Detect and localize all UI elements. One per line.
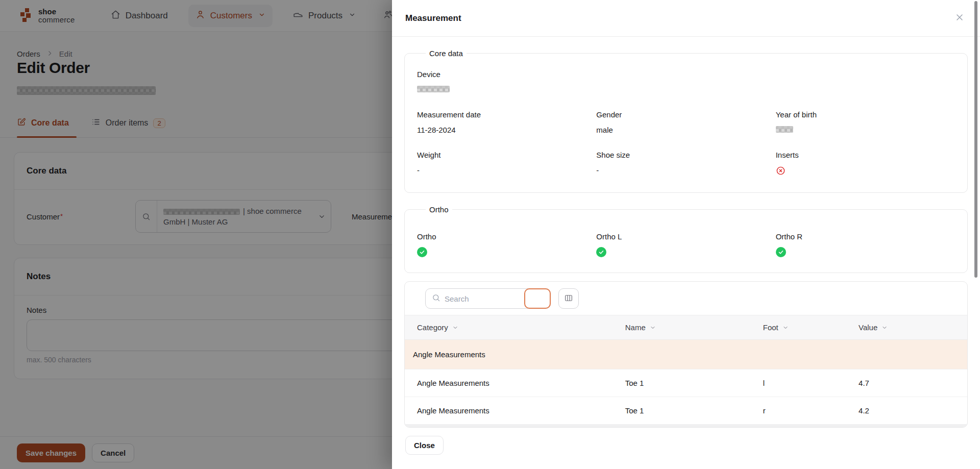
cell-name: Toe 1 <box>613 397 751 425</box>
table-row[interactable]: Angle Measurements Toe 1 l 4.7 <box>405 369 967 397</box>
search-accent-outline <box>524 288 551 309</box>
column-header-value[interactable]: Value <box>846 315 967 340</box>
drawer-ortho-group: Ortho Ortho Ortho L Ortho R <box>404 205 968 273</box>
year-of-birth-field: Year of birth <box>776 110 955 134</box>
table-group-row: Angle Measurements <box>405 340 967 369</box>
cell-value: 4.2 <box>846 397 967 425</box>
table-toolbar <box>405 282 967 315</box>
device-field: Device <box>417 70 955 94</box>
year-of-birth-label: Year of birth <box>776 110 955 119</box>
device-value-redacted <box>417 86 450 92</box>
inserts-field: Inserts <box>776 151 955 177</box>
cell-foot: r <box>751 397 846 425</box>
shoe-size-value: - <box>596 166 775 175</box>
shoe-size-field: Shoe size - <box>596 151 775 177</box>
drawer-scrollbar-thumb[interactable] <box>974 1 977 278</box>
table-search[interactable] <box>425 288 551 309</box>
ortho-r-label: Ortho R <box>776 232 955 241</box>
weight-value: - <box>417 166 596 175</box>
gender-value: male <box>596 126 775 134</box>
x-circle-red-icon <box>776 166 955 177</box>
core-data-legend: Core data <box>426 49 467 58</box>
check-circle-icon <box>417 247 427 257</box>
cell-name: Toe 1 <box>613 369 751 397</box>
table-header-row: Category Name Foot Value <box>405 315 967 340</box>
drawer-header: Measurement <box>392 0 980 37</box>
check-circle-icon <box>596 247 606 257</box>
weight-label: Weight <box>417 151 596 159</box>
group-row-label: Angle Measurements <box>405 340 967 369</box>
table-row[interactable]: Angle Measurements Toe 1 r 4.2 <box>405 397 967 425</box>
sort-chevron-icon <box>782 325 789 331</box>
drawer-core-data-group: Core data Device Measurement date 11-28-… <box>404 49 968 193</box>
weight-field: Weight - <box>417 151 596 177</box>
close-icon <box>954 12 965 24</box>
ortho-r-field: Ortho R <box>776 232 955 257</box>
inserts-label: Inserts <box>776 151 955 159</box>
column-header-name[interactable]: Name <box>613 315 751 340</box>
measurements-table: Category Name Foot Value Angle Measureme… <box>405 315 967 424</box>
sort-chevron-icon <box>881 325 888 331</box>
measurement-date-field: Measurement date 11-28-2024 <box>417 110 596 134</box>
gender-label: Gender <box>596 110 775 119</box>
table-clipped-next-row <box>405 424 967 427</box>
check-circle-icon <box>776 247 786 257</box>
cell-category: Angle Measurements <box>405 369 613 397</box>
column-settings-button[interactable] <box>558 288 579 309</box>
device-label: Device <box>417 70 955 79</box>
ortho-label: Ortho <box>417 232 596 241</box>
cell-category: Angle Measurements <box>405 397 613 425</box>
gender-field: Gender male <box>596 110 775 134</box>
ortho-l-field: Ortho L <box>596 232 775 257</box>
measurements-table-card: Category Name Foot Value Angle Measureme… <box>404 281 968 428</box>
drawer-footer: Close <box>405 436 967 455</box>
app-window: shoe commerce Dashboard Customers <box>0 0 980 469</box>
ortho-field: Ortho <box>417 232 596 257</box>
drawer-title: Measurement <box>405 13 461 23</box>
columns-icon <box>564 293 573 304</box>
sort-chevron-icon <box>650 325 656 331</box>
shoe-size-label: Shoe size <box>596 151 775 159</box>
sort-chevron-icon <box>452 325 458 331</box>
cell-value: 4.7 <box>846 369 967 397</box>
ortho-l-label: Ortho L <box>596 232 775 241</box>
measurement-date-label: Measurement date <box>417 110 596 119</box>
column-header-category[interactable]: Category <box>405 315 613 340</box>
search-input[interactable] <box>445 294 511 303</box>
drawer-close-footer-button[interactable]: Close <box>405 436 444 455</box>
ortho-legend: Ortho <box>426 205 452 214</box>
measurement-drawer: Measurement Core data Device Measurement… <box>392 0 980 469</box>
year-of-birth-value-redacted <box>776 126 793 133</box>
column-header-foot[interactable]: Foot <box>751 315 846 340</box>
measurement-date-value: 11-28-2024 <box>417 126 596 134</box>
drawer-close-button[interactable] <box>952 10 967 26</box>
search-icon <box>432 293 440 304</box>
cell-foot: l <box>751 369 846 397</box>
